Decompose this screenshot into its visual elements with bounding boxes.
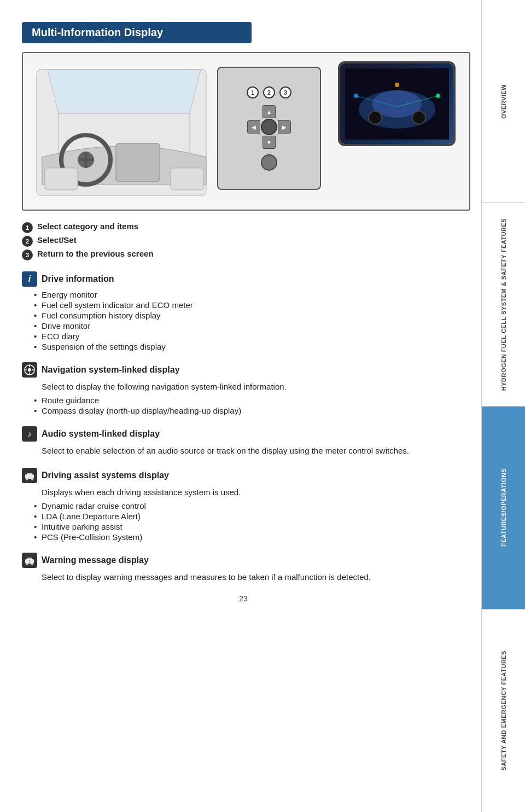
bullet-eco-diary: ECO diary <box>42 332 465 341</box>
section-title-audio: Audio system-linked display <box>42 429 160 439</box>
warning-body: Select to display warning messages and m… <box>42 571 465 584</box>
section-header-driving: Driving assist systems display <box>22 468 465 483</box>
bullet-parking: Intuitive parking assist <box>42 522 465 531</box>
section-warning: ! Warning message display Select to disp… <box>22 553 465 584</box>
sidebar-features-label: FEATURES/OPERATIONS <box>500 468 507 547</box>
screen-inner <box>340 63 453 144</box>
bullet-suspension: Suspension of the settings display <box>42 342 465 351</box>
nav-bullets: Route guidance Compass display (north-up… <box>42 396 465 415</box>
svg-point-18 <box>436 94 440 98</box>
control-num-1: 1 <box>247 86 259 98</box>
bullet-radar: Dynamic radar cruise control <box>42 501 465 511</box>
sidebar-overview-label: OVERVIEW <box>500 84 507 119</box>
svg-point-28 <box>26 478 28 480</box>
screen-content <box>345 68 449 140</box>
section-title-driving: Driving assist systems display <box>42 471 169 480</box>
main-content: Multi-Information Display <box>0 0 481 812</box>
svg-rect-27 <box>27 473 32 475</box>
sidebar-overview: OVERVIEW <box>482 0 525 203</box>
section-drive-info: i Drive information Energy monitor Fuel … <box>22 271 465 351</box>
svg-point-29 <box>31 478 33 480</box>
sidebar: OVERVIEW HYDROGEN FUEL CELL SYSTEM & SAF… <box>481 0 525 812</box>
control-numbers: 1 2 3 <box>247 86 291 98</box>
svg-point-17 <box>354 94 358 98</box>
diagram-area: 1 2 3 ▲ ▼ ◀ ▶ <box>22 52 470 211</box>
bullet-drive-monitor: Drive monitor <box>42 321 465 330</box>
numbered-item-2: 2 Select/Set <box>22 235 465 247</box>
svg-rect-6 <box>45 168 78 190</box>
sidebar-safety: SAFETY AND EMERGENCY FEATURES <box>482 610 525 812</box>
svg-point-19 <box>395 83 399 87</box>
dpad-center[interactable] <box>261 119 277 135</box>
num-circle-3: 3 <box>22 250 33 260</box>
section-header-warning: ! Warning message display <box>22 553 465 568</box>
sidebar-safety-label: SAFETY AND EMERGENCY FEATURES <box>500 651 507 770</box>
section-driving-assist: Driving assist systems display Displays … <box>22 468 465 542</box>
bullet-compass: Compass display (north-up display/headin… <box>42 406 465 415</box>
section-title-drive: Drive information <box>42 274 114 284</box>
icon-info: i <box>22 271 37 287</box>
section-header-nav: Navigation system-linked display <box>22 362 465 378</box>
bullet-fuel-consumption: Fuel consumption history display <box>42 311 465 320</box>
page-title: Multi-Information Display <box>22 22 252 43</box>
numbered-item-3-label: Return to the previous screen <box>37 249 154 258</box>
numbered-list: 1 Select category and items 2 Select/Set… <box>22 222 465 260</box>
sidebar-features: FEATURES/OPERATIONS <box>482 407 525 610</box>
icon-warning: ! <box>22 553 37 568</box>
dpad-left[interactable]: ◀ <box>247 120 260 134</box>
bullet-pcs: PCS (Pre-Collision System) <box>42 532 465 542</box>
drive-info-bullets: Energy monitor Fuel cell system indicato… <box>42 290 465 351</box>
svg-point-14 <box>412 111 425 124</box>
section-header-audio: ♪ Audio system-linked display <box>22 426 465 442</box>
page-number: 23 <box>22 594 465 603</box>
dpad: ▲ ▼ ◀ ▶ <box>247 105 291 149</box>
num-circle-1: 1 <box>22 222 33 233</box>
section-header-drive: i Drive information <box>22 271 465 287</box>
section-nav: Navigation system-linked display Select … <box>22 362 465 415</box>
bullet-route: Route guidance <box>42 396 465 405</box>
icon-nav <box>22 362 37 378</box>
control-num-3: 3 <box>279 86 291 98</box>
icon-audio: ♪ <box>22 426 37 442</box>
icon-driving-assist <box>22 468 37 483</box>
driving-bullets: Dynamic radar cruise control LDA (Lane D… <box>42 501 465 542</box>
control-cluster: 1 2 3 ▲ ▼ ◀ ▶ <box>217 67 321 190</box>
section-title-warning: Warning message display <box>42 555 149 565</box>
dpad-up[interactable]: ▲ <box>262 105 276 118</box>
section-title-nav: Navigation system-linked display <box>42 365 180 375</box>
audio-body: Select to enable selection of an audio s… <box>42 445 465 457</box>
svg-point-13 <box>369 111 382 124</box>
sidebar-hydrogen: HYDROGEN FUEL CELL SYSTEM & SAFETY FEATU… <box>482 203 525 406</box>
car-icon <box>24 470 35 481</box>
driving-body: Displays when each driving assistance sy… <box>42 486 465 499</box>
svg-rect-7 <box>171 168 203 190</box>
numbered-item-3: 3 Return to the previous screen <box>22 249 465 260</box>
svg-point-21 <box>28 368 31 372</box>
return-button[interactable] <box>261 154 277 171</box>
bullet-fuel-cell: Fuel cell system indicator and ECO meter <box>42 300 465 310</box>
bullet-energy-monitor: Energy monitor <box>42 290 465 299</box>
svg-rect-5 <box>116 143 160 182</box>
sidebar-hydrogen-label: HYDROGEN FUEL CELL SYSTEM & SAFETY FEATU… <box>500 218 507 391</box>
num-circle-2: 2 <box>22 236 33 247</box>
section-audio: ♪ Audio system-linked display Select to … <box>22 426 465 457</box>
nav-body: Select to display the following navigati… <box>42 381 465 393</box>
dpad-right[interactable]: ▶ <box>278 120 291 134</box>
compass-icon <box>24 364 35 375</box>
warning-icon: ! <box>24 555 35 566</box>
svg-point-32 <box>26 563 28 565</box>
svg-text:!: ! <box>29 559 31 564</box>
numbered-item-1-label: Select category and items <box>37 222 138 231</box>
numbered-item-1: 1 Select category and items <box>22 222 465 233</box>
numbered-item-2-label: Select/Set <box>37 235 77 245</box>
bullet-lda: LDA (Lane Departure Alert) <box>42 512 465 521</box>
car-interior-diagram <box>31 59 217 206</box>
dpad-down[interactable]: ▼ <box>262 136 276 149</box>
screen-preview <box>338 61 456 146</box>
control-num-2: 2 <box>263 86 275 98</box>
svg-point-33 <box>31 563 33 565</box>
